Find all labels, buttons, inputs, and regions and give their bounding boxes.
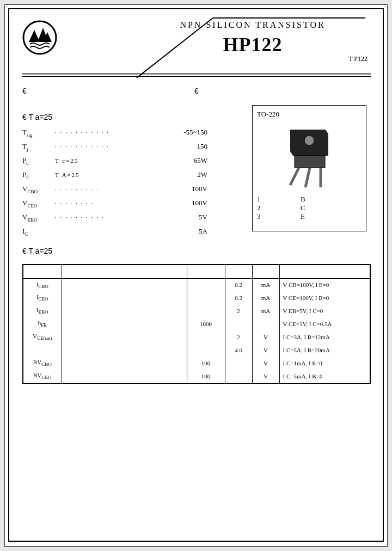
section-label-characteristics: € T a=25 [22, 247, 52, 255]
char-cond: V EB=5V, I C=0 [279, 304, 370, 317]
char-max [225, 357, 252, 370]
part-number: HP122 [136, 33, 370, 56]
package-box: TO-220 1B 2C 3E [252, 105, 366, 231]
package-type: TO-220 [257, 110, 362, 119]
char-cond: V CB=100V, I E=0 [279, 278, 370, 291]
char-symbol: ICBO [23, 278, 62, 291]
subtitle: NPN SILICON TRANSISTOR [136, 20, 370, 30]
datasheet-page: NPN SILICON TRANSISTOR HP122 T P122 € € … [4, 4, 388, 547]
char-symbol: hFE [23, 317, 62, 330]
alt-part: T P122 [348, 55, 367, 63]
pin-row: 2C [257, 204, 362, 212]
char-unit: mA [252, 291, 279, 304]
header: NPN SILICON TRANSISTOR HP122 T P122 [22, 20, 370, 85]
section-label-ratings: € T a=25 [22, 113, 52, 121]
char-symbol: VCE(sat) [23, 330, 62, 344]
svg-line-6 [290, 168, 299, 185]
char-max: 2 [225, 304, 252, 317]
svg-rect-4 [295, 156, 325, 168]
char-cond: I C=5mA, I B=0 [279, 370, 370, 383]
section-label-1: € [22, 87, 27, 95]
char-max [225, 370, 252, 383]
char-cond: I C=1mA, I E=0 [279, 357, 370, 370]
char-max: 4.0 [225, 344, 252, 357]
char-min: 1000 [187, 317, 225, 330]
rating-row: PC T c=25 65W [22, 156, 207, 170]
rating-row: Tstg· · · · · · · · · · ·-55~150 [22, 128, 207, 142]
char-param [62, 330, 187, 344]
header-rule [22, 74, 371, 77]
char-min: 100 [187, 370, 225, 383]
table-row: IEBO2mAV EB=5V, I C=0 [23, 304, 370, 317]
char-max: 0.2 [225, 291, 252, 304]
content-frame: NPN SILICON TRANSISTOR HP122 T P122 € € … [8, 8, 384, 542]
pin-row: 3E [257, 212, 362, 221]
char-unit: V [252, 357, 279, 370]
char-symbol: ICEO [23, 291, 62, 304]
char-unit [252, 317, 279, 330]
table-row: BVCEO100VI C=5mA, I B=0 [23, 370, 370, 383]
svg-point-5 [304, 136, 314, 145]
char-cond: V CE=100V, I B=0 [279, 291, 370, 304]
rating-row: VEBO· · · · · · · · · ·5V [22, 213, 207, 227]
char-max [225, 317, 252, 330]
char-cond: I C=3A, I B=12mA [279, 330, 370, 344]
pin-row: 1B [257, 195, 362, 204]
char-unit: V [252, 330, 279, 344]
char-param [62, 344, 187, 357]
char-param [62, 304, 187, 317]
rating-row: IC5A [22, 227, 207, 241]
table-header-row [23, 265, 370, 278]
rating-row: VCEO· · · · · · · ·100V [22, 199, 207, 213]
char-min [187, 344, 225, 357]
table-row: 4.0VI C=5A, I B=20mA [23, 344, 370, 357]
char-cond: V CE=3V, I C=0.5A [279, 317, 370, 330]
char-max: 0.2 [225, 278, 252, 291]
char-min [187, 291, 225, 304]
rating-row: Tj· · · · · · · · · · ·150 [22, 142, 207, 156]
vendor-logo [22, 20, 57, 57]
char-cond: I C=5A, I B=20mA [279, 344, 370, 357]
svg-line-7 [305, 168, 310, 187]
char-unit: V [252, 344, 279, 357]
rating-row: VCBO· · · · · · · · ·100V [22, 185, 207, 199]
char-min: 100 [187, 357, 225, 370]
char-param [62, 370, 187, 383]
char-unit: V [252, 370, 279, 383]
char-symbol: BVCEO [23, 370, 62, 383]
table-row: hFE1000V CE=3V, I C=0.5A [23, 317, 370, 330]
char-param [62, 317, 187, 330]
table-row: VCE(sat)2VI C=3A, I B=12mA [23, 330, 370, 344]
package-image [274, 124, 345, 189]
char-min [187, 304, 225, 317]
table-row: BVCBO100VI C=1mA, I E=0 [23, 357, 370, 370]
section-label-1b: € [194, 87, 199, 95]
table-row: ICEO0.2mAV CE=100V, I B=0 [23, 291, 370, 304]
characteristics-table: ICBO0.2mAV CB=100V, I E=0ICEO0.2mAV CE=1… [22, 264, 371, 384]
max-ratings-block: Tstg· · · · · · · · · · ·-55~150 Tj· · ·… [22, 128, 207, 241]
char-min [187, 330, 225, 344]
char-symbol [23, 344, 62, 357]
char-param [62, 278, 187, 291]
char-max: 2 [225, 330, 252, 344]
char-symbol: IEBO [23, 304, 62, 317]
char-min [187, 278, 225, 291]
char-unit: mA [252, 278, 279, 291]
char-param [62, 291, 187, 304]
char-param [62, 357, 187, 370]
table-row: ICBO0.2mAV CB=100V, I E=0 [23, 278, 370, 291]
char-unit: mA [252, 304, 279, 317]
pin-table: 1B 2C 3E [257, 195, 362, 221]
char-symbol: BVCBO [23, 357, 62, 370]
rating-row: PC T A=252W [22, 170, 207, 185]
